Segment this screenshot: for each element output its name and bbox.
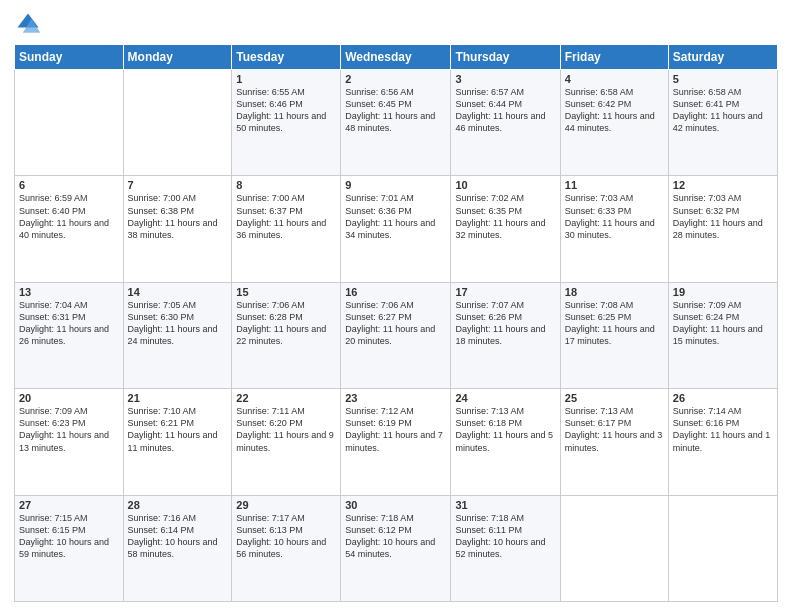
day-number: 10 (455, 179, 555, 191)
cell-content: Sunrise: 7:17 AMSunset: 6:13 PMDaylight:… (236, 512, 336, 561)
calendar-cell: 28Sunrise: 7:16 AMSunset: 6:14 PMDayligh… (123, 495, 232, 601)
cell-content: Sunrise: 7:02 AMSunset: 6:35 PMDaylight:… (455, 192, 555, 241)
cell-content: Sunrise: 7:04 AMSunset: 6:31 PMDaylight:… (19, 299, 119, 348)
day-number: 9 (345, 179, 446, 191)
day-number: 3 (455, 73, 555, 85)
cell-content: Sunrise: 7:18 AMSunset: 6:11 PMDaylight:… (455, 512, 555, 561)
weekday-header-monday: Monday (123, 45, 232, 70)
logo-icon (14, 10, 42, 38)
calendar-cell: 23Sunrise: 7:12 AMSunset: 6:19 PMDayligh… (341, 389, 451, 495)
weekday-header-wednesday: Wednesday (341, 45, 451, 70)
day-number: 2 (345, 73, 446, 85)
day-number: 13 (19, 286, 119, 298)
calendar-cell: 6Sunrise: 6:59 AMSunset: 6:40 PMDaylight… (15, 176, 124, 282)
calendar-cell: 30Sunrise: 7:18 AMSunset: 6:12 PMDayligh… (341, 495, 451, 601)
calendar-cell: 26Sunrise: 7:14 AMSunset: 6:16 PMDayligh… (668, 389, 777, 495)
day-number: 26 (673, 392, 773, 404)
cell-content: Sunrise: 7:14 AMSunset: 6:16 PMDaylight:… (673, 405, 773, 454)
weekday-header-saturday: Saturday (668, 45, 777, 70)
day-number: 7 (128, 179, 228, 191)
calendar-cell: 9Sunrise: 7:01 AMSunset: 6:36 PMDaylight… (341, 176, 451, 282)
cell-content: Sunrise: 7:15 AMSunset: 6:15 PMDaylight:… (19, 512, 119, 561)
cell-content: Sunrise: 7:08 AMSunset: 6:25 PMDaylight:… (565, 299, 664, 348)
day-number: 31 (455, 499, 555, 511)
calendar-cell (668, 495, 777, 601)
day-number: 23 (345, 392, 446, 404)
calendar-week-row: 20Sunrise: 7:09 AMSunset: 6:23 PMDayligh… (15, 389, 778, 495)
day-number: 1 (236, 73, 336, 85)
calendar-cell: 4Sunrise: 6:58 AMSunset: 6:42 PMDaylight… (560, 70, 668, 176)
cell-content: Sunrise: 6:57 AMSunset: 6:44 PMDaylight:… (455, 86, 555, 135)
calendar-cell: 14Sunrise: 7:05 AMSunset: 6:30 PMDayligh… (123, 282, 232, 388)
day-number: 12 (673, 179, 773, 191)
calendar-table: SundayMondayTuesdayWednesdayThursdayFrid… (14, 44, 778, 602)
weekday-header-thursday: Thursday (451, 45, 560, 70)
cell-content: Sunrise: 6:58 AMSunset: 6:41 PMDaylight:… (673, 86, 773, 135)
day-number: 28 (128, 499, 228, 511)
calendar-cell: 15Sunrise: 7:06 AMSunset: 6:28 PMDayligh… (232, 282, 341, 388)
cell-content: Sunrise: 7:09 AMSunset: 6:24 PMDaylight:… (673, 299, 773, 348)
day-number: 25 (565, 392, 664, 404)
cell-content: Sunrise: 7:00 AMSunset: 6:37 PMDaylight:… (236, 192, 336, 241)
cell-content: Sunrise: 7:03 AMSunset: 6:33 PMDaylight:… (565, 192, 664, 241)
day-number: 21 (128, 392, 228, 404)
weekday-header-friday: Friday (560, 45, 668, 70)
cell-content: Sunrise: 7:01 AMSunset: 6:36 PMDaylight:… (345, 192, 446, 241)
day-number: 14 (128, 286, 228, 298)
day-number: 16 (345, 286, 446, 298)
cell-content: Sunrise: 7:16 AMSunset: 6:14 PMDaylight:… (128, 512, 228, 561)
weekday-header-tuesday: Tuesday (232, 45, 341, 70)
day-number: 15 (236, 286, 336, 298)
cell-content: Sunrise: 7:06 AMSunset: 6:28 PMDaylight:… (236, 299, 336, 348)
cell-content: Sunrise: 7:13 AMSunset: 6:17 PMDaylight:… (565, 405, 664, 454)
cell-content: Sunrise: 7:07 AMSunset: 6:26 PMDaylight:… (455, 299, 555, 348)
calendar-week-row: 1Sunrise: 6:55 AMSunset: 6:46 PMDaylight… (15, 70, 778, 176)
calendar-week-row: 6Sunrise: 6:59 AMSunset: 6:40 PMDaylight… (15, 176, 778, 282)
calendar-cell: 8Sunrise: 7:00 AMSunset: 6:37 PMDaylight… (232, 176, 341, 282)
day-number: 27 (19, 499, 119, 511)
calendar-cell (15, 70, 124, 176)
cell-content: Sunrise: 6:56 AMSunset: 6:45 PMDaylight:… (345, 86, 446, 135)
day-number: 30 (345, 499, 446, 511)
cell-content: Sunrise: 7:05 AMSunset: 6:30 PMDaylight:… (128, 299, 228, 348)
calendar-week-row: 13Sunrise: 7:04 AMSunset: 6:31 PMDayligh… (15, 282, 778, 388)
cell-content: Sunrise: 7:13 AMSunset: 6:18 PMDaylight:… (455, 405, 555, 454)
calendar-cell: 21Sunrise: 7:10 AMSunset: 6:21 PMDayligh… (123, 389, 232, 495)
cell-content: Sunrise: 7:03 AMSunset: 6:32 PMDaylight:… (673, 192, 773, 241)
top-section (14, 10, 778, 38)
weekday-header-row: SundayMondayTuesdayWednesdayThursdayFrid… (15, 45, 778, 70)
day-number: 20 (19, 392, 119, 404)
calendar-cell: 31Sunrise: 7:18 AMSunset: 6:11 PMDayligh… (451, 495, 560, 601)
day-number: 6 (19, 179, 119, 191)
calendar-cell: 27Sunrise: 7:15 AMSunset: 6:15 PMDayligh… (15, 495, 124, 601)
calendar-cell: 13Sunrise: 7:04 AMSunset: 6:31 PMDayligh… (15, 282, 124, 388)
calendar-cell: 1Sunrise: 6:55 AMSunset: 6:46 PMDaylight… (232, 70, 341, 176)
calendar-cell: 19Sunrise: 7:09 AMSunset: 6:24 PMDayligh… (668, 282, 777, 388)
day-number: 22 (236, 392, 336, 404)
weekday-header-sunday: Sunday (15, 45, 124, 70)
day-number: 5 (673, 73, 773, 85)
cell-content: Sunrise: 7:12 AMSunset: 6:19 PMDaylight:… (345, 405, 446, 454)
cell-content: Sunrise: 7:18 AMSunset: 6:12 PMDaylight:… (345, 512, 446, 561)
day-number: 4 (565, 73, 664, 85)
day-number: 11 (565, 179, 664, 191)
page: SundayMondayTuesdayWednesdayThursdayFrid… (0, 0, 792, 612)
cell-content: Sunrise: 6:55 AMSunset: 6:46 PMDaylight:… (236, 86, 336, 135)
calendar-week-row: 27Sunrise: 7:15 AMSunset: 6:15 PMDayligh… (15, 495, 778, 601)
day-number: 17 (455, 286, 555, 298)
calendar-cell: 24Sunrise: 7:13 AMSunset: 6:18 PMDayligh… (451, 389, 560, 495)
cell-content: Sunrise: 7:09 AMSunset: 6:23 PMDaylight:… (19, 405, 119, 454)
calendar-cell: 29Sunrise: 7:17 AMSunset: 6:13 PMDayligh… (232, 495, 341, 601)
day-number: 8 (236, 179, 336, 191)
calendar-cell: 11Sunrise: 7:03 AMSunset: 6:33 PMDayligh… (560, 176, 668, 282)
cell-content: Sunrise: 7:00 AMSunset: 6:38 PMDaylight:… (128, 192, 228, 241)
cell-content: Sunrise: 6:58 AMSunset: 6:42 PMDaylight:… (565, 86, 664, 135)
cell-content: Sunrise: 7:06 AMSunset: 6:27 PMDaylight:… (345, 299, 446, 348)
calendar-cell: 3Sunrise: 6:57 AMSunset: 6:44 PMDaylight… (451, 70, 560, 176)
cell-content: Sunrise: 7:10 AMSunset: 6:21 PMDaylight:… (128, 405, 228, 454)
calendar-cell: 12Sunrise: 7:03 AMSunset: 6:32 PMDayligh… (668, 176, 777, 282)
day-number: 19 (673, 286, 773, 298)
calendar-cell: 2Sunrise: 6:56 AMSunset: 6:45 PMDaylight… (341, 70, 451, 176)
day-number: 18 (565, 286, 664, 298)
calendar-cell (123, 70, 232, 176)
